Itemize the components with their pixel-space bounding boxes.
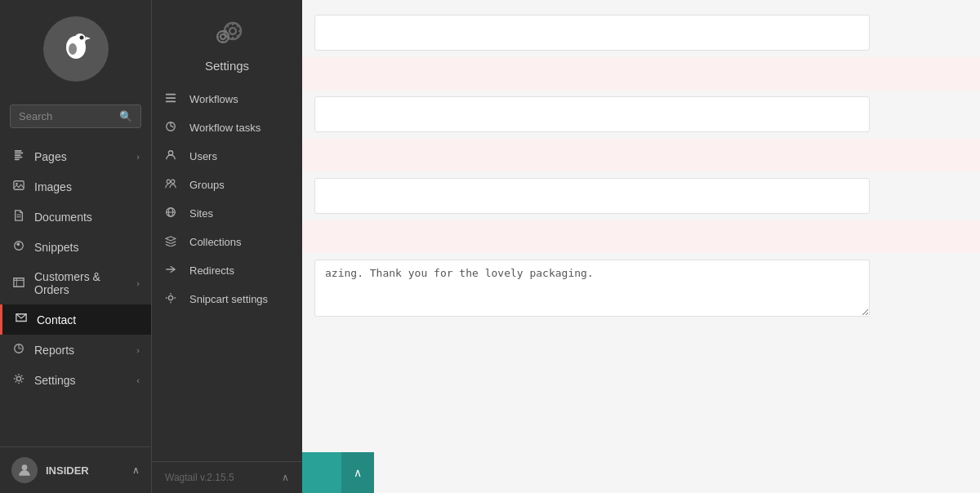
reports-icon [11, 343, 26, 357]
footer-username: INSIDER [46, 464, 132, 477]
svg-point-23 [229, 28, 236, 34]
redirects-icon [165, 264, 181, 278]
version-label: Wagtail v.2.15.5 [165, 472, 234, 483]
svg-point-31 [167, 180, 170, 183]
pages-arrow: › [136, 152, 140, 162]
collections-icon [165, 235, 181, 249]
settings-item-groups[interactable]: Groups [152, 171, 302, 199]
settings-header: Settings [152, 0, 302, 85]
customers-orders-label: Customers & Orders [34, 270, 136, 296]
svg-point-21 [22, 464, 28, 470]
sidebar-item-images[interactable]: Images [0, 171, 151, 202]
workflows-label: Workflows [189, 93, 238, 105]
content-input-3[interactable] [314, 178, 870, 214]
groups-icon [165, 178, 181, 192]
contact-icon [14, 313, 29, 326]
sites-label: Sites [189, 207, 213, 220]
svg-rect-27 [166, 97, 176, 99]
svg-rect-28 [166, 101, 176, 103]
pages-label: Pages [34, 150, 136, 163]
contact-label: Contact [37, 313, 140, 326]
svg-rect-10 [14, 181, 24, 190]
customers-orders-arrow: › [136, 278, 140, 288]
search-icon[interactable]: 🔍 [119, 110, 132, 122]
svg-point-25 [220, 34, 225, 39]
sidebar-item-customers-orders[interactable]: Customers & Orders › [0, 262, 151, 304]
svg-rect-5 [15, 150, 22, 152]
sidebar-item-pages[interactable]: Pages › [0, 141, 151, 171]
bottom-action-bar: ∧ [302, 452, 980, 493]
search-box[interactable]: 🔍 [10, 104, 141, 128]
search-input[interactable] [19, 110, 119, 122]
documents-label: Documents [34, 211, 140, 224]
collections-label: Collections [189, 236, 242, 248]
settings-panel-title: Settings [205, 59, 249, 73]
content-input-2[interactable] [314, 96, 870, 132]
workflow-tasks-icon [165, 121, 181, 135]
settings-item-workflow-tasks[interactable]: Workflow tasks [152, 113, 302, 142]
images-label: Images [34, 180, 140, 193]
settings-item-users[interactable]: Users [152, 142, 302, 171]
content-row-stripe-3 [302, 220, 980, 253]
settings-gears-icon [207, 16, 247, 55]
svg-rect-9 [15, 158, 20, 160]
sidebar-item-reports[interactable]: Reports › [0, 335, 151, 365]
users-label: Users [189, 150, 217, 162]
reports-label: Reports [34, 344, 136, 357]
customers-orders-icon [11, 277, 26, 291]
svg-point-2 [79, 35, 83, 39]
save-button[interactable] [302, 452, 341, 493]
content-row-2 [314, 90, 968, 139]
pages-icon [11, 149, 26, 163]
groups-label: Groups [189, 179, 225, 191]
images-icon [11, 180, 26, 193]
sidebar-item-settings[interactable]: Settings ‹ [0, 365, 151, 395]
svg-rect-26 [166, 94, 176, 95]
sidebar-footer: INSIDER ∧ [0, 446, 151, 493]
settings-icon [11, 373, 26, 387]
content-textarea[interactable]: azing. Thank you for the lovely packagin… [314, 260, 870, 317]
content-row-3 [314, 171, 968, 220]
settings-menu-items: Workflows Workflow tasks Users Groups Si… [152, 85, 302, 461]
sidebar-item-documents[interactable]: Documents [0, 202, 151, 232]
content-row-stripe-1 [302, 57, 980, 90]
sidebar-item-contact[interactable]: Contact [0, 304, 151, 335]
svg-rect-7 [15, 154, 21, 156]
settings-item-snipcart[interactable]: Snipcart settings [152, 285, 302, 313]
svg-point-1 [74, 33, 86, 45]
svg-point-11 [16, 183, 18, 185]
svg-point-36 [168, 295, 172, 300]
sidebar-primary: 🔍 Pages › Images Documents Sni [0, 0, 151, 493]
settings-footer-chevron-icon[interactable]: ∧ [282, 472, 289, 483]
content-row-1 [314, 8, 968, 57]
logo-container [0, 0, 151, 98]
svg-marker-3 [86, 37, 91, 40]
workflow-tasks-label: Workflow tasks [189, 122, 261, 134]
settings-arrow: ‹ [136, 375, 140, 385]
documents-icon [11, 210, 26, 224]
content-row-textarea: azing. Thank you for the lovely packagin… [314, 253, 968, 369]
settings-item-workflows[interactable]: Workflows [152, 85, 302, 113]
svg-rect-6 [15, 153, 24, 154]
settings-panel: Settings Workflows Workflow tasks Users … [151, 0, 302, 493]
settings-footer: Wagtail v.2.15.5 ∧ [152, 461, 302, 493]
settings-item-sites[interactable]: Sites [152, 199, 302, 228]
settings-item-redirects[interactable]: Redirects [152, 256, 302, 285]
logo-circle [43, 16, 109, 82]
sidebar-item-snippets[interactable]: Snippets [0, 232, 151, 262]
search-container: 🔍 [0, 98, 151, 135]
save-chevron-button[interactable]: ∧ [341, 452, 374, 493]
svg-point-20 [16, 376, 20, 380]
snippets-icon [11, 240, 26, 254]
chevron-up-icon: ∧ [354, 466, 362, 479]
svg-point-4 [69, 43, 77, 55]
bird-icon [58, 28, 94, 71]
svg-point-30 [168, 151, 172, 155]
footer-chevron-icon[interactable]: ∧ [132, 464, 140, 476]
snipcart-label: Snipcart settings [189, 293, 268, 305]
svg-rect-8 [15, 157, 23, 158]
settings-item-collections[interactable]: Collections [152, 228, 302, 256]
sites-icon [165, 207, 181, 220]
settings-label: Settings [34, 374, 136, 387]
content-input-1[interactable] [314, 15, 870, 51]
